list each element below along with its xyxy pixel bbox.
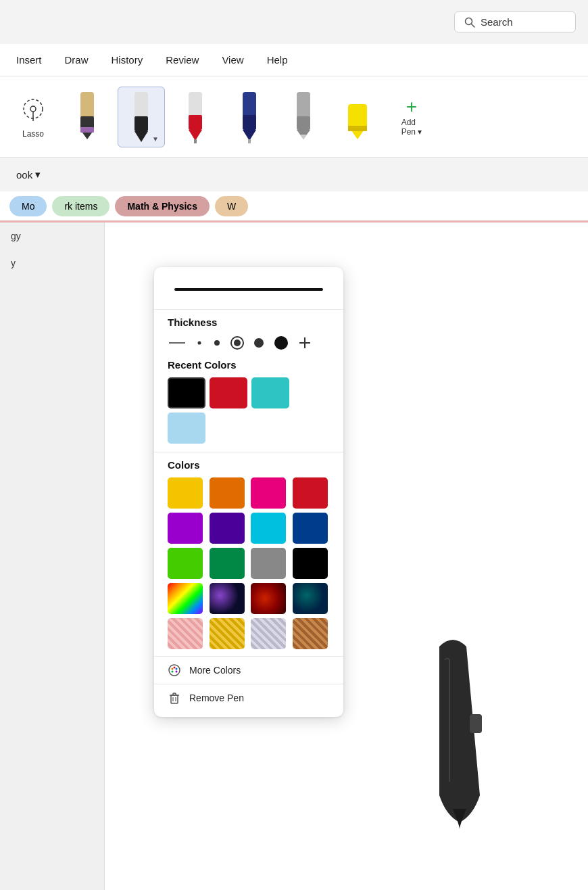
svg-point-38 — [172, 668, 174, 670]
svg-rect-15 — [194, 139, 197, 143]
recent-color-2[interactable] — [210, 377, 247, 408]
thickness-option-1[interactable] — [168, 338, 187, 348]
svg-rect-21 — [297, 116, 310, 130]
menu-help[interactable]: Help — [258, 50, 297, 70]
color-red[interactable] — [293, 477, 328, 509]
pen-tool-6[interactable] — [334, 87, 381, 147]
svg-point-39 — [174, 667, 176, 669]
color-rainbow[interactable] — [168, 583, 203, 614]
colors-title: Colors — [168, 459, 330, 471]
page-tab-4[interactable]: W — [215, 196, 248, 216]
svg-rect-9 — [134, 92, 148, 119]
color-galaxy[interactable] — [210, 583, 245, 614]
page-tab-math-physics[interactable]: Math & Physics — [115, 196, 209, 216]
sidebar-item-1[interactable]: gy — [0, 222, 104, 250]
color-purple[interactable] — [168, 513, 203, 544]
color-gold-texture[interactable] — [210, 618, 245, 649]
color-lava[interactable] — [251, 583, 286, 614]
preview-line — [174, 288, 323, 291]
lasso-tool[interactable]: Lasso — [9, 87, 57, 147]
recent-colors-title: Recent Colors — [168, 359, 330, 371]
pen-tool-1[interactable] — [64, 87, 111, 147]
thickness-option-5[interactable] — [253, 337, 265, 349]
colors-section: Colors — [154, 459, 343, 656]
remove-pen-button[interactable]: Remove Pen — [154, 684, 343, 711]
svg-line-1 — [472, 24, 475, 27]
svg-rect-17 — [243, 115, 256, 130]
color-dark-green[interactable] — [210, 548, 245, 579]
pen1-icon — [72, 91, 102, 143]
recent-color-3[interactable] — [251, 377, 289, 408]
svg-rect-16 — [243, 92, 256, 118]
color-silver-texture[interactable] — [251, 618, 286, 649]
color-black[interactable] — [293, 548, 328, 579]
toolbar: Lasso ▼ — [0, 76, 588, 158]
more-colors-button[interactable]: More Colors — [154, 657, 343, 684]
svg-rect-10 — [134, 116, 148, 131]
thickness-options — [168, 335, 330, 351]
color-gray[interactable] — [251, 548, 286, 579]
pen-tool-2[interactable]: ▼ — [118, 87, 165, 147]
svg-point-29 — [198, 342, 201, 345]
svg-rect-13 — [189, 115, 202, 130]
color-cyan[interactable] — [251, 513, 286, 544]
recent-colors-section: Recent Colors — [154, 359, 343, 452]
thickness-custom-button[interactable] — [297, 335, 312, 350]
page-tabs: Mo rk items Math & Physics W — [0, 191, 588, 222]
color-wood-texture[interactable] — [293, 618, 328, 649]
thickness-option-6[interactable] — [273, 335, 289, 351]
pen3-icon — [180, 91, 210, 143]
search-box[interactable]: Search — [454, 11, 576, 32]
svg-point-41 — [172, 671, 174, 673]
svg-rect-19 — [248, 139, 251, 143]
page-tab-2[interactable]: rk items — [52, 196, 109, 216]
color-yellow[interactable] — [168, 477, 203, 509]
svg-marker-23 — [300, 135, 307, 139]
pen2-dropdown-arrow[interactable]: ▼ — [152, 135, 159, 143]
notebook-name: ook — [16, 169, 32, 181]
menu-review[interactable]: Review — [156, 50, 208, 70]
svg-rect-27 — [470, 714, 482, 733]
color-rose-texture[interactable] — [168, 618, 203, 649]
recent-color-1[interactable] — [168, 377, 205, 408]
thickness-option-4[interactable] — [230, 335, 245, 350]
menu-insert[interactable]: Insert — [7, 50, 51, 70]
menu-view[interactable]: View — [212, 50, 253, 70]
divider-1 — [154, 309, 343, 310]
color-dark-blue[interactable] — [293, 513, 328, 544]
recent-color-4[interactable] — [168, 413, 205, 444]
thickness-option-2[interactable] — [195, 338, 204, 348]
search-label: Search — [481, 16, 513, 28]
menu-draw[interactable]: Draw — [55, 50, 98, 70]
add-pen-button[interactable]: + AddPen ▾ — [388, 87, 435, 147]
notebook-button[interactable]: ook ▾ — [9, 164, 47, 185]
sidebar-item-2[interactable]: y — [0, 250, 104, 277]
color-green[interactable] — [168, 548, 203, 579]
thickness-option-3[interactable] — [212, 338, 222, 348]
svg-rect-8 — [80, 127, 94, 133]
svg-rect-20 — [297, 92, 310, 119]
color-teal-galaxy[interactable] — [293, 583, 328, 614]
thickness-section: Thickness — [154, 317, 343, 359]
stylus-pen — [385, 619, 534, 836]
menu-history[interactable]: History — [102, 50, 153, 70]
search-icon — [464, 17, 475, 28]
svg-point-42 — [176, 671, 178, 673]
svg-point-33 — [254, 338, 264, 348]
pen-tool-5[interactable] — [280, 87, 327, 147]
menu-bar: Insert Draw History Review View Help — [0, 44, 588, 76]
color-dark-purple[interactable] — [210, 513, 245, 544]
color-orange[interactable] — [210, 477, 245, 509]
svg-rect-5 — [80, 92, 94, 119]
svg-marker-18 — [243, 130, 256, 141]
add-pen-label: AddPen ▾ — [401, 118, 422, 137]
color-pink[interactable] — [251, 477, 286, 509]
pen6-icon — [343, 91, 372, 143]
pen-tool-3[interactable] — [172, 87, 219, 147]
page-tab-1[interactable]: Mo — [9, 196, 47, 216]
pen-tool-4[interactable] — [226, 87, 273, 147]
recent-colors-grid — [168, 377, 330, 444]
svg-point-32 — [234, 339, 241, 346]
remove-pen-label: Remove Pen — [189, 693, 244, 703]
add-pen-icon: + — [406, 97, 417, 116]
